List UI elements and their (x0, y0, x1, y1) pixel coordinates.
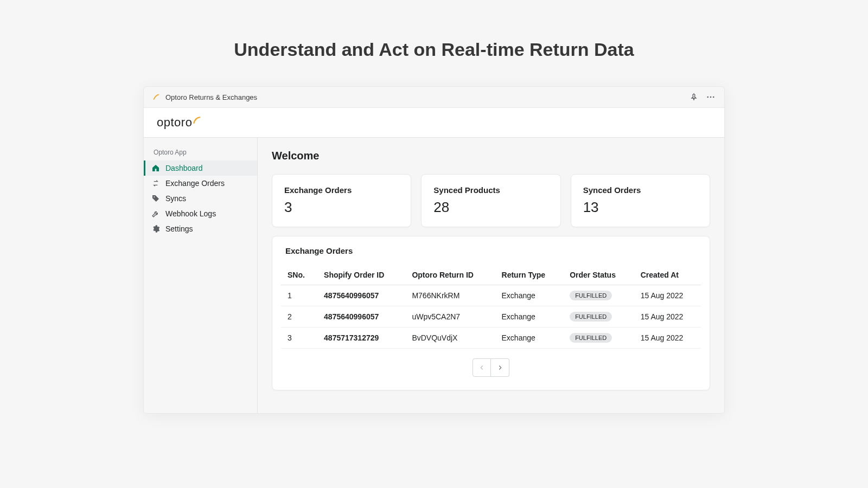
sidebar-section-label: Optoro App (144, 145, 257, 160)
app-title: Optoro Returns & Exchanges (165, 93, 257, 101)
sidebar-item-settings[interactable]: Settings (144, 221, 257, 236)
chevron-right-icon (496, 364, 504, 371)
cell-type: Exchange (495, 328, 564, 349)
sidebar-item-label: Settings (165, 224, 193, 233)
cell-sno: 3 (281, 328, 317, 349)
cell-sno: 2 (281, 306, 317, 328)
panel-title: Exchange Orders (281, 246, 701, 265)
card-synced-products: Synced Products 28 (421, 174, 560, 227)
card-value: 28 (433, 199, 548, 216)
status-badge: FULFILLED (570, 291, 612, 300)
tag-icon (151, 194, 160, 203)
cell-status: FULFILLED (563, 328, 634, 349)
col-created: Created At (634, 265, 701, 285)
card-value: 13 (583, 199, 698, 216)
wrench-icon (151, 209, 160, 218)
card-title: Synced Orders (583, 185, 698, 195)
sidebar-item-webhook-logs[interactable]: Webhook Logs (144, 206, 257, 221)
card-title: Synced Products (433, 185, 548, 195)
col-status: Order Status (563, 265, 634, 285)
cell-shopify-id: 4875717312729 (317, 328, 405, 349)
pin-icon[interactable] (690, 93, 698, 101)
card-synced-orders: Synced Orders 13 (571, 174, 710, 227)
cell-return-id: BvDVQuVdjX (405, 328, 495, 349)
cell-created: 15 Aug 2022 (634, 306, 701, 328)
status-badge: FULFILLED (570, 312, 612, 322)
sidebar-item-label: Exchange Orders (165, 179, 225, 188)
cell-created: 15 Aug 2022 (634, 328, 701, 349)
home-icon (151, 164, 160, 172)
sidebar: Optoro App Dashboard Exchange Orders Syn… (144, 138, 258, 413)
prev-button[interactable] (473, 358, 491, 377)
svg-point-2 (713, 97, 714, 98)
app-mark-icon (152, 93, 160, 101)
cell-shopify-id: 4875640996057 (317, 285, 405, 306)
cell-sno: 1 (281, 285, 317, 306)
sidebar-item-syncs[interactable]: Syncs (144, 191, 257, 206)
gear-icon (151, 224, 160, 233)
page-title: Welcome (272, 150, 710, 162)
cell-type: Exchange (495, 285, 564, 306)
cell-return-id: M766NKrkRM (405, 285, 495, 306)
col-sno: SNo. (281, 265, 317, 285)
sidebar-item-label: Webhook Logs (165, 209, 216, 218)
svg-point-1 (710, 97, 712, 98)
table-row[interactable]: 2 4875640996057 uWpv5CA2N7 Exchange FULF… (281, 306, 701, 328)
svg-point-3 (154, 196, 155, 197)
svg-point-0 (707, 97, 709, 98)
main-content: Welcome Exchange Orders 3 Synced Product… (258, 138, 724, 413)
status-badge: FULFILLED (570, 333, 612, 343)
sidebar-item-label: Syncs (165, 194, 186, 203)
sidebar-item-label: Dashboard (165, 164, 203, 172)
pager (281, 358, 701, 377)
exchange-orders-panel: Exchange Orders SNo. Shopify Order ID Op… (272, 236, 710, 390)
brand-bar: optoro (144, 108, 724, 138)
app-window: Optoro Returns & Exchanges optoro (143, 86, 725, 414)
more-icon[interactable] (706, 92, 716, 102)
page-headline: Understand and Act on Real-time Return D… (0, 0, 868, 86)
brand-logo: optoro (157, 115, 711, 130)
table-row[interactable]: 1 4875640996057 M766NKrkRM Exchange FULF… (281, 285, 701, 306)
next-button[interactable] (491, 358, 509, 377)
card-title: Exchange Orders (284, 185, 399, 195)
cell-type: Exchange (495, 306, 564, 328)
cell-return-id: uWpv5CA2N7 (405, 306, 495, 328)
exchange-icon (151, 179, 160, 188)
cell-status: FULFILLED (563, 306, 634, 328)
sidebar-item-exchange-orders[interactable]: Exchange Orders (144, 176, 257, 191)
card-exchange-orders: Exchange Orders 3 (272, 174, 411, 227)
col-shopify-id: Shopify Order ID (317, 265, 405, 285)
col-return-id: Optoro Return ID (405, 265, 495, 285)
chevron-left-icon (478, 364, 486, 371)
titlebar: Optoro Returns & Exchanges (144, 87, 724, 108)
cell-created: 15 Aug 2022 (634, 285, 701, 306)
sidebar-item-dashboard[interactable]: Dashboard (144, 160, 257, 176)
table-header-row: SNo. Shopify Order ID Optoro Return ID R… (281, 265, 701, 285)
col-type: Return Type (495, 265, 564, 285)
orders-table: SNo. Shopify Order ID Optoro Return ID R… (281, 265, 701, 349)
cell-shopify-id: 4875640996057 (317, 306, 405, 328)
cell-status: FULFILLED (563, 285, 634, 306)
brand-name: optoro (157, 115, 192, 130)
brand-accent-icon (193, 117, 201, 124)
table-row[interactable]: 3 4875717312729 BvDVQuVdjX Exchange FULF… (281, 328, 701, 349)
summary-cards: Exchange Orders 3 Synced Products 28 Syn… (272, 174, 710, 227)
card-value: 3 (284, 199, 399, 216)
